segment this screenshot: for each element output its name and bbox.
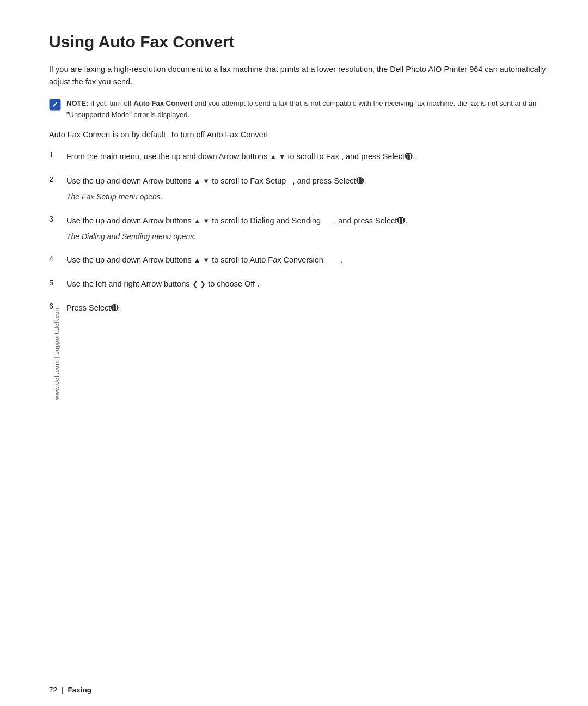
step-4-arrows: ▲ ▼ [194,256,210,264]
step-5-content: Use the left and right Arrow buttons ❮ ❯… [66,278,259,291]
step-1-content: From the main menu, use the up and down … [66,150,415,163]
step-2-number: 2 [49,174,60,184]
step-2: 2 Use the up and down Arrow buttons ▲ ▼ … [49,174,555,203]
step-3-subline: The Dialing and Sending menu opens. [66,230,407,243]
svg-text:✓: ✓ [52,100,58,109]
note-icon: ✓ [49,99,61,111]
step-1-select: ⓫ [405,151,413,161]
intro-paragraph: If you are faxing a high-resolution docu… [49,63,555,88]
steps-list: 1 From the main menu, use the up and dow… [49,150,555,315]
step-6-number: 6 [49,301,60,311]
step-6: 6 Press Select⓫. [49,301,555,315]
step-3-arrows: ▲ ▼ [194,217,210,225]
step-1-arrows: ▲ ▼ [270,153,285,161]
note-label: NOTE: [66,99,88,107]
step-5-arrows: ❮ ❯ [192,280,206,288]
footer: 72 | Faxing [49,686,555,694]
step-4: 4 Use the up and down Arrow buttons ▲ ▼ … [49,254,555,267]
note-body: If you turn off Auto Fax Convert and you… [66,99,536,118]
step-3-number: 3 [49,214,60,223]
step-2-arrows: ▲ ▼ [194,177,210,185]
step-5: 5 Use the left and right Arrow buttons ❮… [49,278,555,291]
step-6-content: Press Select⓫. [66,301,121,315]
step-4-content: Use the up and down Arrow buttons ▲ ▼ to… [66,254,343,267]
step-2-subline: The Fax Setup menu opens. [66,191,366,203]
step-2-select: ⓫ [356,176,364,185]
page-title: Using Auto Fax Convert [49,33,555,51]
note-text: NOTE: If you turn off Auto Fax Convert a… [66,98,555,120]
step-4-number: 4 [49,254,60,263]
step-1: 1 From the main menu, use the up and dow… [49,150,555,163]
step-1-number: 1 [49,150,60,159]
note-box: ✓ NOTE: If you turn off Auto Fax Convert… [49,98,555,120]
step-3-content: Use the up and down Arrow buttons ▲ ▼ to… [66,214,407,243]
step-3-select: ⓫ [397,216,405,225]
step-3: 3 Use the up and down Arrow buttons ▲ ▼ … [49,214,555,243]
footer-section: Faxing [68,686,92,694]
step-6-select: ⓫ [111,303,119,312]
step-2-content: Use the up and down Arrow buttons ▲ ▼ to… [66,174,366,203]
footer-divider: | [62,686,64,694]
step-5-number: 5 [49,278,60,287]
main-content: Using Auto Fax Convert If you are faxing… [49,33,555,662]
auto-fax-intro: Auto Fax Convert is on by default. To tu… [49,130,555,139]
footer-page-number: 72 [49,686,57,694]
